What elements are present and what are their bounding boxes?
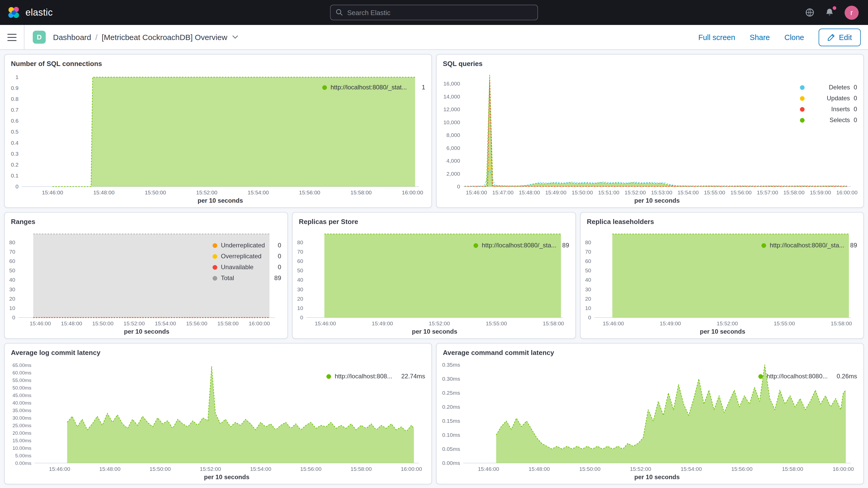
svg-text:35.00ms: 35.00ms bbox=[12, 408, 31, 413]
svg-text:15:54:00: 15:54:00 bbox=[155, 321, 176, 326]
panel-title: Ranges bbox=[5, 213, 287, 226]
svg-text:16,000: 16,000 bbox=[443, 81, 460, 87]
svg-text:0: 0 bbox=[300, 314, 303, 321]
legend-item[interactable]: http://localhost:808...22.74ms bbox=[327, 373, 425, 380]
svg-text:15:51:00: 15:51:00 bbox=[598, 189, 620, 195]
svg-text:10: 10 bbox=[9, 305, 15, 311]
svg-text:0.3: 0.3 bbox=[11, 151, 19, 157]
svg-text:15:49:00: 15:49:00 bbox=[372, 321, 393, 326]
svg-text:0.9: 0.9 bbox=[11, 85, 19, 91]
legend-item[interactable]: Inserts0 bbox=[800, 105, 857, 113]
legend-value: 0 bbox=[278, 264, 281, 271]
svg-text:15:46:00: 15:46:00 bbox=[603, 321, 624, 326]
svg-text:20: 20 bbox=[297, 296, 303, 302]
row-1: Number of SQL connections 00.10.20.30.40… bbox=[4, 54, 864, 208]
panel-title: Replica leaseholders bbox=[581, 213, 863, 226]
svg-text:15:49:00: 15:49:00 bbox=[545, 189, 566, 195]
panel-average-log-commit-latency: Average log commit latency 0.00ms5.00ms1… bbox=[4, 343, 432, 484]
alerts-icon[interactable] bbox=[825, 8, 834, 17]
svg-text:15:52:00: 15:52:00 bbox=[717, 321, 738, 326]
svg-text:70: 70 bbox=[585, 249, 591, 255]
search-input[interactable] bbox=[330, 5, 538, 20]
panel-number-of-sql-connections: Number of SQL connections 00.10.20.30.40… bbox=[4, 54, 432, 208]
svg-text:15:54:00: 15:54:00 bbox=[678, 189, 699, 195]
svg-text:15:49:00: 15:49:00 bbox=[660, 321, 681, 326]
svg-text:40: 40 bbox=[9, 277, 15, 283]
legend-value: 0 bbox=[278, 252, 281, 260]
svg-text:60: 60 bbox=[585, 258, 591, 264]
legend-value: 89 bbox=[562, 242, 569, 249]
global-search[interactable] bbox=[330, 5, 538, 20]
chart-average-log-commit-latency[interactable]: 0.00ms5.00ms10.00ms15.00ms20.00ms25.00ms… bbox=[6, 357, 327, 482]
svg-text:45.00ms: 45.00ms bbox=[12, 393, 31, 398]
legend-label: Selects bbox=[808, 116, 850, 124]
panel-title: Replicas per Store bbox=[292, 213, 576, 226]
legend-label: http://localhost:8080... bbox=[767, 373, 833, 380]
svg-text:0: 0 bbox=[588, 314, 591, 321]
svg-text:15:50:00: 15:50:00 bbox=[572, 189, 593, 195]
dashboard-app-badge[interactable]: D bbox=[33, 31, 46, 44]
legend-item[interactable]: Updates0 bbox=[800, 95, 857, 102]
elastic-logo[interactable] bbox=[7, 6, 20, 19]
svg-text:25.00ms: 25.00ms bbox=[12, 423, 31, 428]
chart-average-command-commit-latency[interactable]: 0.00ms0.05ms0.10ms0.15ms0.20ms0.25ms0.30… bbox=[438, 357, 758, 482]
breadcrumb-separator: / bbox=[95, 33, 97, 41]
legend-value: 0 bbox=[278, 242, 281, 249]
svg-text:0.2: 0.2 bbox=[11, 162, 19, 167]
legend-label: Updates bbox=[808, 95, 850, 102]
legend-item[interactable]: Overreplicated0 bbox=[213, 252, 281, 260]
clone-button[interactable]: Clone bbox=[784, 33, 804, 41]
legend-item[interactable]: http://localhost:8080/_sta...89 bbox=[473, 242, 569, 249]
panel-title: Average log commit latency bbox=[5, 343, 431, 357]
chart-number-of-sql-connections[interactable]: 00.10.20.30.40.50.60.70.80.9115:46:0015:… bbox=[6, 68, 322, 205]
panel-average-command-commit-latency: Average command commit latency 0.00ms0.0… bbox=[436, 343, 864, 484]
breadcrumb: Dashboard / [Metricbeat CockroachDB] Ove… bbox=[53, 33, 238, 41]
svg-text:15:52:00: 15:52:00 bbox=[200, 466, 221, 472]
edit-button[interactable]: Edit bbox=[818, 28, 861, 46]
toolbar: D Dashboard / [Metricbeat CockroachDB] O… bbox=[0, 25, 868, 50]
legend-label: Total bbox=[221, 274, 271, 282]
legend: http://localhost:808...22.74ms bbox=[327, 357, 426, 482]
svg-text:40: 40 bbox=[585, 277, 591, 283]
user-avatar[interactable]: r bbox=[845, 5, 859, 20]
svg-text:per 10 seconds: per 10 seconds bbox=[412, 328, 457, 335]
svg-text:per 10 seconds: per 10 seconds bbox=[204, 474, 249, 481]
legend-item[interactable]: Total89 bbox=[213, 274, 281, 282]
breadcrumb-dashboard-link[interactable]: Dashboard bbox=[53, 33, 91, 41]
page-title: [Metricbeat CockroachDB] Overview bbox=[102, 33, 227, 41]
legend-item[interactable]: Deletes0 bbox=[800, 84, 857, 91]
legend-label: http://localhost:8080/_sta... bbox=[482, 242, 558, 249]
panel-title: Average command commit latency bbox=[437, 343, 863, 357]
legend-item[interactable]: http://localhost:8080/_sta...89 bbox=[762, 242, 857, 249]
svg-text:per 10 seconds: per 10 seconds bbox=[634, 474, 680, 481]
svg-text:50: 50 bbox=[297, 267, 303, 273]
chart-replicas-per-store[interactable]: 0102030405060708015:46:0015:49:0015:52:0… bbox=[294, 226, 473, 336]
full-screen-button[interactable]: Full screen bbox=[698, 33, 735, 41]
svg-text:80: 80 bbox=[297, 239, 303, 245]
svg-text:6,000: 6,000 bbox=[446, 145, 460, 151]
legend-item[interactable]: Underreplicated0 bbox=[213, 242, 281, 249]
panel-title: SQL queries bbox=[437, 55, 863, 68]
chevron-down-icon[interactable] bbox=[232, 35, 238, 39]
svg-text:15:52:00: 15:52:00 bbox=[429, 321, 450, 326]
legend-item[interactable]: Unavailable0 bbox=[213, 264, 281, 271]
help-icon[interactable] bbox=[805, 8, 814, 17]
legend-label: Inserts bbox=[808, 105, 850, 113]
svg-text:30: 30 bbox=[585, 286, 591, 292]
share-button[interactable]: Share bbox=[750, 33, 770, 41]
legend-value: 1 bbox=[422, 84, 425, 91]
legend-item[interactable]: Selects0 bbox=[800, 116, 857, 124]
legend-value: 0 bbox=[854, 84, 857, 91]
chart-sql-queries[interactable]: 02,0004,0006,0008,00010,00012,00014,0001… bbox=[438, 68, 800, 205]
svg-text:0.7: 0.7 bbox=[11, 107, 19, 113]
legend-item[interactable]: http://localhost:8080...0.26ms bbox=[758, 373, 857, 380]
svg-text:15:50:00: 15:50:00 bbox=[579, 466, 600, 472]
menu-button[interactable] bbox=[0, 25, 24, 49]
legend-item[interactable]: http://localhost:8080/_stat...1 bbox=[322, 84, 425, 91]
pencil-icon bbox=[828, 33, 835, 41]
legend-label: Unavailable bbox=[221, 264, 274, 271]
chart-replica-leaseholders[interactable]: 0102030405060708015:46:0015:49:0015:52:0… bbox=[582, 226, 762, 336]
svg-text:15:52:00: 15:52:00 bbox=[123, 321, 145, 326]
svg-text:15.00ms: 15.00ms bbox=[12, 438, 31, 443]
chart-ranges[interactable]: 0102030405060708015:46:0015:48:0015:50:0… bbox=[6, 226, 213, 336]
